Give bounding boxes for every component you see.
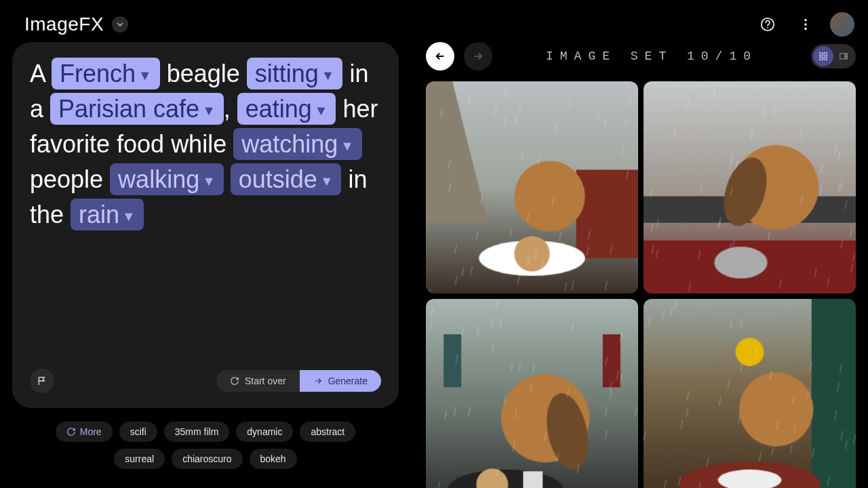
- view-toggle[interactable]: [811, 44, 856, 68]
- style-pill[interactable]: 35mm film: [164, 422, 230, 442]
- style-suggestions: Morescifi35mm filmdynamicabstractsurreal…: [12, 422, 399, 469]
- flag-icon[interactable]: [30, 369, 54, 393]
- prompt-card: A French▼ beagle sitting▼ in a Parisian …: [12, 42, 399, 408]
- svg-rect-8: [824, 57, 827, 60]
- svg-rect-9: [840, 54, 845, 59]
- prompt-chip[interactable]: outside▼: [231, 163, 342, 195]
- result-thumbnail[interactable]: [426, 299, 638, 488]
- prompt-chip[interactable]: eating▼: [237, 93, 336, 125]
- svg-rect-5: [820, 53, 823, 56]
- svg-point-3: [804, 23, 807, 26]
- prompt-chip[interactable]: French▼: [52, 58, 160, 89]
- svg-rect-11: [846, 57, 848, 60]
- style-pill[interactable]: chiaroscuro: [172, 449, 242, 469]
- style-pill[interactable]: surreal: [114, 449, 165, 469]
- help-icon[interactable]: [754, 11, 781, 38]
- style-pill[interactable]: abstract: [300, 422, 355, 442]
- prompt-chip[interactable]: watching▼: [233, 128, 362, 160]
- prompt-chip[interactable]: walking▼: [110, 163, 224, 195]
- grid-view-icon[interactable]: [813, 46, 833, 66]
- app-title: ImageFX: [24, 14, 104, 35]
- avatar[interactable]: [830, 12, 854, 37]
- prev-set-button[interactable]: [426, 42, 454, 70]
- next-set-button: [464, 42, 492, 70]
- prompt-text[interactable]: A French▼ beagle sitting▼ in a Parisian …: [30, 57, 381, 362]
- generate-label: Generate: [328, 375, 368, 386]
- generate-button[interactable]: Generate: [300, 370, 381, 392]
- chevron-down-icon: ▼: [320, 174, 334, 188]
- chevron-down-icon: ▼: [202, 174, 216, 188]
- style-pill[interactable]: bokeh: [250, 449, 297, 469]
- svg-rect-10: [846, 54, 848, 56]
- image-set-label: IMAGE SET 10/10: [502, 49, 802, 63]
- svg-point-2: [804, 19, 807, 22]
- start-over-label: Start over: [245, 375, 286, 386]
- chevron-down-icon: ▼: [321, 68, 335, 83]
- svg-rect-6: [824, 53, 827, 56]
- chevron-down-icon: ▼: [138, 68, 152, 83]
- svg-point-1: [767, 27, 768, 28]
- style-pill[interactable]: dynamic: [236, 422, 293, 442]
- result-thumbnail[interactable]: [426, 81, 638, 293]
- chevron-down-icon: ▼: [315, 103, 328, 118]
- single-view-icon[interactable]: [833, 46, 854, 66]
- more-styles-button[interactable]: More: [56, 422, 113, 442]
- style-pill[interactable]: scifi: [119, 422, 157, 442]
- result-thumbnail[interactable]: [644, 299, 856, 488]
- app-menu-dropdown[interactable]: [112, 16, 128, 33]
- prompt-chip[interactable]: rain▼: [71, 199, 144, 230]
- start-over-button[interactable]: Start over: [216, 370, 300, 392]
- chevron-down-icon: ▼: [202, 103, 216, 118]
- svg-point-4: [804, 28, 807, 30]
- more-vert-icon[interactable]: [792, 11, 819, 38]
- chevron-down-icon: ▼: [340, 138, 354, 153]
- prompt-chip[interactable]: sitting▼: [247, 58, 343, 89]
- prompt-chip[interactable]: Parisian cafe▼: [50, 93, 224, 125]
- result-thumbnail[interactable]: [644, 81, 856, 293]
- chevron-down-icon: ▼: [122, 209, 136, 224]
- svg-rect-7: [820, 57, 823, 60]
